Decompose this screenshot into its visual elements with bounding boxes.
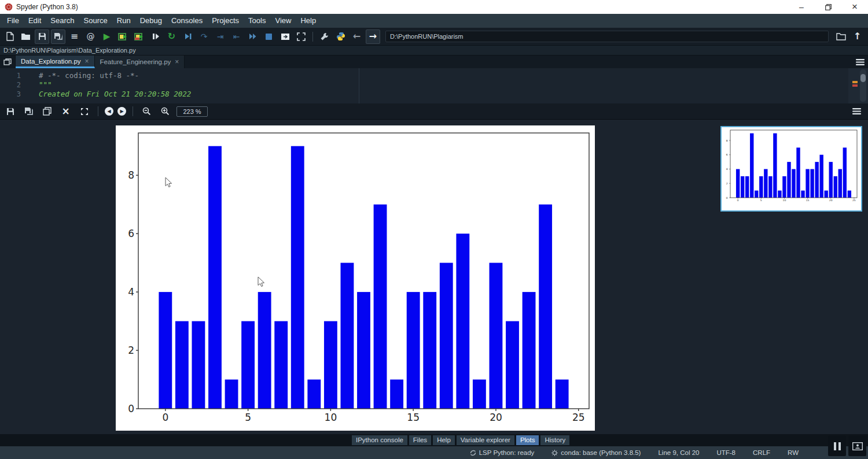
- lsp-status: LSP Python: ready: [470, 449, 535, 456]
- plot-thumbnail[interactable]: 051015202502468: [720, 126, 862, 212]
- run-selection-button[interactable]: [148, 29, 163, 44]
- editor-options-menu-icon[interactable]: [852, 55, 868, 68]
- save-button[interactable]: [35, 29, 49, 44]
- save-plot-button[interactable]: [3, 104, 17, 119]
- code-line[interactable]: 3Created on Fri Oct 21 20:20:58 2022: [0, 90, 868, 99]
- editor-tab-feature-engineering[interactable]: Feature_Engineering.py ×: [95, 55, 185, 68]
- remove-plot-button[interactable]: ×: [58, 104, 73, 119]
- plots-options-menu-icon[interactable]: [848, 108, 865, 114]
- pane-tab-files[interactable]: Files: [409, 435, 431, 445]
- stop-button[interactable]: [262, 29, 276, 44]
- fit-plot-to-window-button[interactable]: [77, 104, 91, 119]
- file-switcher-button[interactable]: ≡: [67, 29, 82, 44]
- picture-in-picture-button[interactable]: [848, 436, 866, 456]
- svg-text:10: 10: [783, 199, 786, 202]
- minimize-button[interactable]: –: [788, 0, 815, 14]
- editor-tab-bar: Data_Exploration.py × Feature_Engineerin…: [0, 55, 868, 68]
- step-into-button[interactable]: ⇥: [213, 29, 227, 44]
- working-directory-input[interactable]: [385, 31, 829, 42]
- svg-text:2: 2: [128, 345, 134, 356]
- breadcrumb: D:\PythonRUN\Plagiarism\Data_Exploration…: [0, 46, 868, 55]
- plot-figure: 051015202502468: [116, 125, 595, 431]
- menu-file[interactable]: File: [2, 14, 24, 28]
- debug-file-button[interactable]: [181, 29, 195, 44]
- code-line[interactable]: 1# -*- coding: utf-8 -*-: [0, 71, 868, 80]
- svg-text:20: 20: [829, 199, 833, 202]
- code-text: Created on Fri Oct 21 20:20:58 2022: [39, 90, 191, 99]
- close-button[interactable]: ×: [841, 0, 868, 14]
- menu-tools[interactable]: Tools: [244, 14, 270, 28]
- pane-tab-plots[interactable]: Plots: [516, 435, 539, 445]
- run-file-button[interactable]: ▶: [100, 29, 114, 44]
- new-file-button[interactable]: [2, 29, 17, 44]
- pane-tab-ipython-console[interactable]: IPython console: [352, 435, 407, 445]
- restore-button[interactable]: [815, 0, 841, 14]
- next-plot-button[interactable]: ▶: [117, 107, 126, 116]
- menu-debug[interactable]: Debug: [135, 14, 167, 28]
- code-line[interactable]: 2""": [0, 80, 868, 90]
- svg-text:4: 4: [726, 168, 728, 171]
- zoom-in-button[interactable]: [158, 104, 172, 119]
- preferences-wrench-button[interactable]: [317, 29, 332, 44]
- menu-view[interactable]: View: [270, 14, 296, 28]
- step-return-button[interactable]: ⇤: [229, 29, 244, 44]
- plots-pane: 051015202502468 051015202502468: [0, 120, 868, 434]
- menu-run[interactable]: Run: [112, 14, 135, 28]
- zoom-out-button[interactable]: [139, 104, 154, 119]
- browse-working-directory-button[interactable]: [834, 29, 848, 44]
- menu-source[interactable]: Source: [79, 14, 112, 28]
- open-file-button[interactable]: [19, 29, 33, 44]
- go-to-parent-directory-button[interactable]: ↑: [850, 29, 865, 44]
- run-cell-button[interactable]: [116, 29, 130, 44]
- save-all-plots-button[interactable]: [21, 104, 36, 119]
- fullscreen-button[interactable]: [294, 29, 308, 44]
- run-cell-advance-button[interactable]: [132, 29, 146, 44]
- tab-label: Feature_Engineering.py: [100, 58, 171, 65]
- gear-icon: [551, 450, 558, 456]
- svg-text:0: 0: [737, 199, 739, 202]
- browse-tabs-icon[interactable]: [0, 55, 16, 68]
- svg-text:15: 15: [407, 412, 420, 423]
- pane-tab-history[interactable]: History: [540, 435, 569, 445]
- svg-text:4: 4: [128, 286, 134, 298]
- editor-tab-data-exploration[interactable]: Data_Exploration.py ×: [16, 55, 95, 68]
- edge-line: [359, 68, 359, 103]
- tab-close-icon[interactable]: ×: [175, 58, 179, 66]
- menu-help[interactable]: Help: [296, 14, 321, 28]
- code-editor[interactable]: 1# -*- coding: utf-8 -*-2"""3Created on …: [0, 68, 868, 103]
- pane-tab-variable-explorer[interactable]: Variable explorer: [457, 435, 514, 445]
- svg-text:0: 0: [128, 403, 134, 414]
- menu-search[interactable]: Search: [46, 14, 79, 28]
- svg-text:25: 25: [852, 199, 856, 202]
- zoom-level-input[interactable]: [176, 106, 208, 117]
- interpreter-status: conda: base (Python 3.8.5): [551, 449, 641, 456]
- editor-scrollbar[interactable]: [848, 68, 868, 103]
- find-symbols-button[interactable]: @: [83, 29, 98, 44]
- rerun-cell-button[interactable]: ↻: [164, 29, 179, 44]
- continue-execution-button[interactable]: [245, 29, 260, 44]
- pane-tab-help[interactable]: Help: [433, 435, 455, 445]
- plots-toolbar: × ◀ ▶: [0, 103, 868, 120]
- toolbar-separator: [312, 32, 313, 42]
- maximize-pane-button[interactable]: [278, 29, 292, 44]
- previous-plot-button[interactable]: ◀: [105, 107, 113, 116]
- pythonpath-manager-button[interactable]: [333, 29, 348, 44]
- scrollbar-thumb[interactable]: [860, 74, 866, 82]
- pause-button[interactable]: [828, 436, 846, 456]
- status-bar: LSP Python: ready conda: base (Python 3.…: [0, 446, 868, 459]
- pane-tab-bar: IPython consoleFilesHelpVariable explore…: [0, 434, 868, 446]
- menu-projects[interactable]: Projects: [207, 14, 244, 28]
- main-toolbar: ≡ @ ▶ ↻ ↷ ⇥ ⇤ ← → ↑: [0, 28, 868, 46]
- svg-text:10: 10: [325, 412, 337, 423]
- copy-plot-button[interactable]: [40, 104, 54, 119]
- tab-close-icon[interactable]: ×: [85, 57, 89, 65]
- step-over-button[interactable]: ↷: [197, 29, 211, 44]
- svg-text:8: 8: [128, 169, 134, 181]
- tab-label: Data_Exploration.py: [21, 58, 81, 65]
- svg-text:5: 5: [760, 199, 762, 202]
- back-button[interactable]: ←: [350, 29, 364, 44]
- forward-button[interactable]: →: [366, 29, 380, 44]
- save-all-button[interactable]: [51, 29, 65, 44]
- menu-edit[interactable]: Edit: [24, 14, 46, 28]
- menu-consoles[interactable]: Consoles: [167, 14, 207, 28]
